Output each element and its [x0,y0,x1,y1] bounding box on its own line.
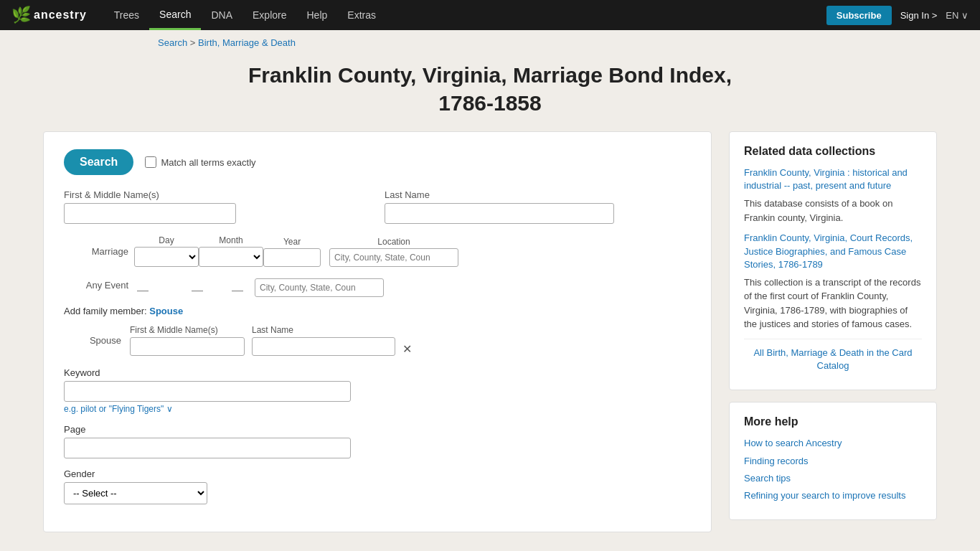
keyword-hint[interactable]: e.g. pilot or "Flying Tigers" ∨ [64,404,691,414]
logo-text: ancestry [34,9,87,22]
spouse-last-input[interactable] [252,337,395,356]
spouse-last-group: Last Name [252,325,395,356]
marriage-label: Marriage [64,246,128,257]
any-event-location-col [255,278,384,297]
sidebar: Related data collections Franklin County… [729,131,937,532]
breadcrumb-search-link[interactable]: Search [158,37,187,48]
related-collections-card: Related data collections Franklin County… [729,131,937,390]
marriage-row: Marriage Day Month Year [64,235,691,267]
keyword-input[interactable] [64,381,351,402]
gender-label: Gender [64,468,691,479]
marriage-year-col: Year [263,237,321,267]
any-event-day-dash: — [134,284,151,297]
nav-search[interactable]: Search [149,0,201,30]
any-event-year-col: — [229,273,246,297]
name-row: First & Middle Name(s) Last Name [64,189,691,224]
more-help-card: More help How to search Ancestry Finding… [729,402,937,520]
related-link-2[interactable]: Franklin County, Virginia, Court Records… [744,232,922,271]
remove-spouse-button[interactable]: ✕ [402,342,412,356]
more-help-title: More help [744,415,922,428]
spouse-first-group: First & Middle Name(s) [130,325,245,356]
help-link-4[interactable]: Refining your search to improve results [744,489,922,502]
last-name-group: Last Name [385,189,691,224]
any-event-month-col: — [189,273,206,297]
marriage-year-input[interactable] [263,248,321,267]
related-title: Related data collections [744,145,922,158]
page-title: Franklin County, Virginia, Marriage Bond… [239,61,741,117]
search-button[interactable]: Search [64,149,133,175]
page-input[interactable] [64,438,351,458]
marriage-month-col: Month [199,235,263,267]
ancestry-leaf-icon: 🌿 [11,6,31,24]
month-header: Month [199,235,263,245]
gender-section: Gender -- Select -- [64,468,691,504]
spouse-last-label: Last Name [252,325,395,335]
spouse-first-label: First & Middle Name(s) [130,325,245,335]
nav-right: Subscribe Sign In > EN ∨ [826,6,969,25]
any-event-year-dash: — [229,284,246,297]
location-header: Location [329,237,458,247]
add-family-section: Add family member: Spouse [64,306,691,316]
any-event-label: Any Event [64,280,128,291]
last-name-input[interactable] [385,203,614,224]
breadcrumb-section-link[interactable]: Birth, Marriage & Death [198,37,296,48]
first-name-group: First & Middle Name(s) [64,189,370,224]
help-link-2[interactable]: Finding records [744,455,922,468]
nav-links: Trees Search DNA Explore Help Extras [104,0,826,30]
breadcrumb: Search > Birth, Marriage & Death [0,30,980,55]
nav-extras[interactable]: Extras [337,0,386,30]
spouse-row: Spouse First & Middle Name(s) Last Name … [64,325,691,356]
any-event-location-input[interactable] [255,278,384,297]
year-header: Year [263,237,321,247]
add-spouse-link[interactable]: Spouse [149,306,183,316]
last-name-label: Last Name [385,189,691,200]
language-selector[interactable]: EN ∨ [946,10,969,21]
help-link-3[interactable]: Search tips [744,472,922,485]
marriage-location-col: Location [329,237,458,267]
marriage-day-select[interactable] [134,247,199,267]
keyword-section: Keyword e.g. pilot or "Flying Tigers" ∨ [64,367,691,414]
page-section: Page [64,424,691,458]
match-exact-label[interactable]: Match all terms exactly [145,156,255,168]
match-exact-checkbox[interactable] [145,156,156,168]
navigation: 🌿 ancestry Trees Search DNA Explore Help… [0,0,980,30]
first-name-input[interactable] [64,203,236,224]
search-top-row: Search Match all terms exactly [64,149,691,175]
any-event-cols: — — — [134,273,691,297]
marriage-location-input[interactable] [329,248,458,267]
nav-explore[interactable]: Explore [242,0,296,30]
all-collections-link[interactable]: All Birth, Marriage & Death in the Card … [744,347,922,372]
keyword-label: Keyword [64,367,691,378]
day-header: Day [134,235,199,245]
search-panel: Search Match all terms exactly First & M… [43,131,712,532]
related-link-1[interactable]: Franklin County, Virginia : historical a… [744,166,922,192]
event-section: Marriage Day Month Year [64,235,691,297]
marriage-day-col: Day [134,235,199,267]
nav-help[interactable]: Help [297,0,338,30]
any-event-row: Any Event — — — [64,273,691,297]
marriage-month-select[interactable] [199,247,263,267]
breadcrumb-separator: > [187,37,198,48]
page-label: Page [64,424,691,435]
related-desc-1: This database consists of a book on Fran… [744,197,922,225]
nav-trees[interactable]: Trees [104,0,149,30]
signin-button[interactable]: Sign In > [900,10,938,21]
spouse-label: Spouse [64,335,121,346]
marriage-cols: Day Month Year Location [134,235,691,267]
related-desc-2: This collection is a transcript of the r… [744,276,922,331]
any-event-day-col: — [134,273,151,297]
help-link-1[interactable]: How to search Ancestry [744,437,922,450]
add-family-label: Add family member: [64,306,147,316]
sidebar-divider [744,339,922,339]
match-exact-text: Match all terms exactly [161,157,255,168]
subscribe-button[interactable]: Subscribe [826,6,892,25]
main-container: Search Match all terms exactly First & M… [0,131,980,551]
spouse-first-input[interactable] [130,337,245,356]
any-event-month-dash: — [189,284,206,297]
nav-dna[interactable]: DNA [201,0,242,30]
logo[interactable]: 🌿 ancestry [11,6,87,24]
spouse-inputs: First & Middle Name(s) Last Name ✕ [130,325,412,356]
gender-select[interactable]: -- Select -- [64,482,207,504]
first-name-label: First & Middle Name(s) [64,189,370,200]
